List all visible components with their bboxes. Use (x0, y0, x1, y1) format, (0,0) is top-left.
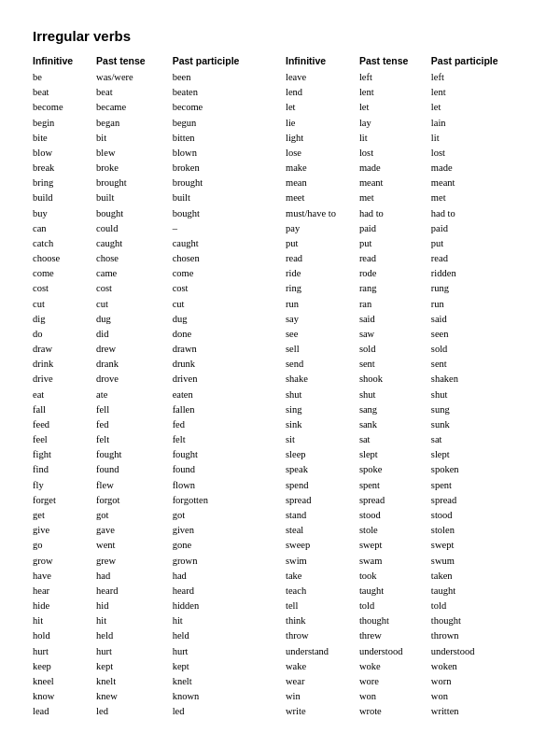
table-cell: caught (96, 236, 173, 251)
left-header-infinitive: Infinitive (33, 53, 96, 70)
table-cell: sunk (431, 417, 527, 432)
table-cell: steal (286, 523, 359, 538)
table-cell: told (359, 599, 431, 613)
table-row: standstoodstood (286, 508, 527, 523)
table-cell: sleep (286, 447, 359, 462)
table-cell: put (431, 236, 527, 251)
table-cell: bring (33, 176, 96, 190)
table-cell: built (96, 190, 173, 205)
table-row: becomebecamebecome (33, 100, 274, 115)
table-cell: run (286, 297, 359, 312)
table-cell: buy (33, 206, 96, 221)
table-cell: made (431, 161, 527, 176)
table-cell: cut (33, 297, 96, 312)
table-cell: hurt (173, 644, 274, 659)
table-cell: said (359, 312, 431, 327)
table-cell: thought (431, 613, 527, 628)
table-cell: paid (359, 221, 431, 236)
table-row: drawdrewdrawn (33, 342, 274, 357)
table-cell: beaten (173, 85, 274, 100)
table-row: growgrewgrown (33, 554, 274, 569)
table-row: spreadspreadspread (286, 493, 527, 508)
table-row: speakspokespoken (286, 462, 527, 477)
table-cell: broken (173, 161, 274, 176)
table-row: lielaylain (286, 116, 527, 131)
table-cell: meet (286, 190, 359, 205)
table-cell: lost (431, 146, 527, 161)
table-row: getgotgot (33, 508, 274, 523)
table-cell: cost (173, 281, 274, 296)
table-row: sitsatsat (286, 432, 527, 447)
table-row: hurthurthurt (33, 644, 274, 659)
table-cell: think (286, 613, 359, 628)
table-cell: understood (431, 644, 527, 659)
table-cell: hold (33, 628, 96, 643)
main-content: Infinitive Past tense Past participle be… (33, 53, 527, 719)
table-cell: worn (431, 674, 527, 689)
table-cell: come (173, 266, 274, 281)
table-cell: stand (286, 508, 359, 523)
table-cell: gave (96, 523, 173, 538)
table-row: ringrangrung (286, 281, 527, 296)
table-row: forgetforgotforgotten (33, 493, 274, 508)
table-row: spendspentspent (286, 478, 527, 493)
table-row: paypaidpaid (286, 221, 527, 236)
table-cell: hurt (96, 644, 173, 659)
table-cell: meant (431, 176, 527, 190)
right-table: Infinitive Past tense Past participle le… (286, 53, 527, 719)
table-row: choosechosechosen (33, 251, 274, 266)
table-cell: drawn (173, 342, 274, 357)
table-cell: heard (96, 584, 173, 599)
table-row: saysaidsaid (286, 312, 527, 327)
table-cell: get (33, 508, 96, 523)
table-cell: forgotten (173, 493, 274, 508)
table-row: sweepsweptswept (286, 538, 527, 553)
table-row: meanmeantmeant (286, 176, 527, 190)
table-cell: seen (431, 327, 527, 342)
table-cell: fallen (173, 402, 274, 417)
table-cell: shake (286, 372, 359, 387)
right-header-past-participle: Past participle (431, 53, 527, 70)
table-cell: run (431, 297, 527, 312)
table-cell: lie (286, 116, 359, 131)
table-cell: knew (96, 689, 173, 704)
table-cell: had to (359, 206, 431, 221)
table-row: blowblewblown (33, 146, 274, 161)
table-cell: met (431, 190, 527, 205)
table-cell: shut (431, 388, 527, 402)
table-cell: break (33, 161, 96, 176)
table-row: singsangsung (286, 402, 527, 417)
table-cell: felt (173, 432, 274, 447)
table-cell: swim (286, 554, 359, 569)
table-cell: wear (286, 674, 359, 689)
table-cell: sent (431, 357, 527, 372)
table-row: winwonwon (286, 689, 527, 704)
table-cell: taken (431, 569, 527, 584)
table-row: eatateeaten (33, 388, 274, 402)
table-cell: draw (33, 342, 96, 357)
table-cell: kept (96, 659, 173, 674)
table-cell: beat (33, 85, 96, 100)
table-cell: was/were (96, 70, 173, 85)
table-row: costcostcost (33, 281, 274, 296)
table-cell: eat (33, 388, 96, 402)
table-cell: come (33, 266, 96, 281)
table-cell: done (173, 327, 274, 342)
table-cell: read (359, 251, 431, 266)
table-cell: threw (359, 628, 431, 643)
table-cell: shook (359, 372, 431, 387)
table-cell: sat (431, 432, 527, 447)
table-cell: felt (96, 432, 173, 447)
table-cell: take (286, 569, 359, 584)
table-row: drivedrovedriven (33, 372, 274, 387)
table-cell: became (96, 100, 173, 115)
table-row: leadledled (33, 704, 274, 719)
table-cell: hid (96, 599, 173, 613)
table-row: meetmetmet (286, 190, 527, 205)
table-cell: flew (96, 478, 173, 493)
page-title: Irregular verbs (33, 28, 527, 44)
table-cell: teach (286, 584, 359, 599)
table-row: leaveleftleft (286, 70, 527, 85)
table-cell: taught (431, 584, 527, 599)
table-cell: woke (359, 659, 431, 674)
